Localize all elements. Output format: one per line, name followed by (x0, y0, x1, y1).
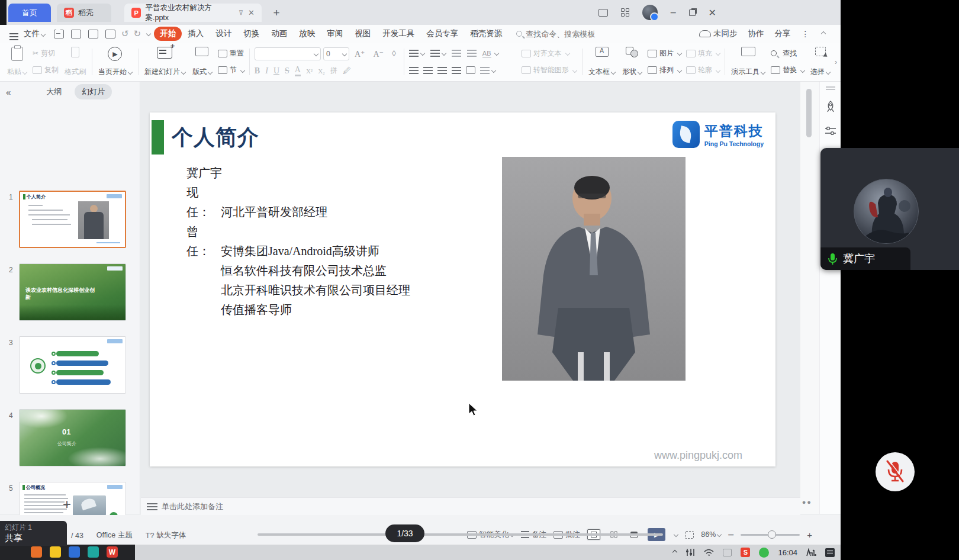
font-size-combo[interactable]: 0 (323, 47, 349, 60)
ribbon-tab-review[interactable]: 审阅 (321, 27, 349, 41)
present-tools-button[interactable]: 演示工具 (728, 45, 768, 79)
picture-button[interactable]: 图片 (645, 48, 684, 59)
ribbon-tab-devtools[interactable]: 开发工具 (376, 27, 420, 41)
justify-icon[interactable] (452, 67, 461, 74)
distribute-icon[interactable] (466, 66, 475, 74)
close-window-button[interactable]: ✕ (709, 7, 716, 18)
ribbon-tab-view[interactable]: 视图 (349, 27, 376, 41)
beautify-rocket-icon[interactable] (825, 101, 836, 112)
highlight-button[interactable]: 🖉 (343, 66, 351, 76)
undo-icon[interactable]: ↺ (121, 28, 129, 39)
pin-icon[interactable]: ⊽ (239, 9, 243, 17)
font-color-button[interactable]: A (295, 65, 301, 76)
notes-bar[interactable]: 单击此处添加备注 (141, 497, 800, 515)
more-menu-icon[interactable]: ⋮ (802, 29, 810, 38)
smart-graphic-button[interactable]: 转智能图形 (519, 65, 580, 76)
file-menu[interactable]: 文件 (24, 28, 45, 39)
toolbar-expand-icon[interactable]: › (835, 58, 837, 66)
print-preview-icon[interactable] (105, 30, 115, 38)
save-icon[interactable] (54, 30, 64, 38)
decrease-indent-icon[interactable] (452, 50, 461, 57)
fill-button[interactable]: 填充 (684, 48, 722, 59)
tab-document[interactable]: P 平普农业农村解决方案.pptx ⊽ ✕ (124, 4, 262, 22)
zoom-slider[interactable] (741, 534, 800, 536)
subscript-button[interactable]: X₂ (318, 67, 325, 75)
print-icon[interactable] (88, 30, 98, 38)
taskbar-app2-icon[interactable] (50, 546, 61, 558)
apps-grid-icon[interactable] (621, 8, 629, 17)
share-button[interactable]: 分享 (775, 28, 791, 39)
taskbar-app4-icon[interactable] (88, 546, 99, 558)
format-painter-button[interactable]: 格式刷 (61, 45, 89, 79)
align-right-icon[interactable] (437, 67, 447, 74)
ribbon-tab-design[interactable]: 设计 (210, 27, 237, 41)
wifi-icon[interactable] (704, 549, 714, 556)
reset-button[interactable]: 重置 (215, 48, 247, 59)
vertical-scrollbar[interactable] (800, 82, 819, 514)
ribbon-tab-insert[interactable]: 插入 (182, 27, 210, 41)
current-slide[interactable]: 个人简介 冀广宇 现任：河北平普研发部经理 曾任：安博集团Java/Androi… (150, 112, 775, 466)
ribbon-tab-member[interactable]: 会员专享 (420, 27, 464, 41)
collapse-ribbon-icon[interactable] (821, 31, 826, 36)
account-avatar[interactable] (642, 5, 658, 20)
shapes-button[interactable]: 形状 (619, 45, 645, 79)
tray-expand-icon[interactable] (672, 550, 677, 555)
new-tab-button[interactable]: + (268, 4, 285, 22)
arrange-button[interactable]: 排列 (645, 65, 684, 76)
ime-icon[interactable] (806, 548, 816, 556)
italic-button[interactable]: I (265, 66, 268, 76)
align-text-button[interactable]: 对齐文本 (519, 48, 580, 59)
copy-button[interactable]: 复制 (30, 65, 61, 76)
volume-mixer-icon[interactable] (686, 548, 695, 556)
ribbon-tab-home[interactable]: 开始 (154, 27, 182, 41)
underline-button[interactable]: U (273, 66, 279, 76)
tab-home[interactable]: 首页 (8, 4, 51, 22)
restore-button[interactable] (689, 9, 696, 16)
scrollbar-thumb[interactable] (806, 89, 812, 137)
taskbar-app3-icon[interactable] (69, 546, 80, 558)
panel-handle[interactable] (826, 86, 835, 88)
mic-muted-button[interactable] (876, 452, 915, 491)
zoom-out-button[interactable]: – (728, 529, 733, 540)
export-icon[interactable] (71, 30, 81, 38)
search-input[interactable] (526, 30, 614, 38)
taskbar-app1-icon[interactable] (31, 546, 42, 558)
redo-icon[interactable]: ↻ (134, 28, 141, 39)
tab-docer[interactable]: 稻 稻壳 (57, 4, 111, 22)
minimize-button[interactable]: – (671, 7, 676, 18)
participant-card[interactable]: 冀广宇 (820, 148, 959, 270)
bold-button[interactable]: B (255, 66, 260, 76)
slide-layout-button[interactable]: 版式 (189, 45, 215, 79)
bullet-list-icon[interactable] (409, 50, 419, 57)
tray-dim-icon[interactable] (723, 549, 732, 556)
strikethrough-button[interactable]: S (285, 66, 289, 76)
notification-board-icon[interactable] (825, 548, 835, 557)
quickbar-more-icon[interactable] (146, 31, 151, 36)
align-center-icon[interactable] (423, 67, 433, 74)
command-search[interactable] (516, 30, 614, 38)
clear-format-icon[interactable]: ◊ (389, 49, 399, 59)
textbox-button[interactable]: A 文本框 (585, 45, 619, 79)
sogou-icon[interactable]: S (741, 548, 750, 557)
layout-toggle-icon[interactable] (598, 9, 608, 17)
ribbon-tab-transition[interactable]: 切换 (237, 27, 265, 41)
share-progress-line[interactable] (258, 533, 663, 536)
new-slide-button[interactable]: 新建幻灯片 (141, 45, 189, 79)
slide-thumbnail-3[interactable] (19, 336, 126, 394)
menu-hamburger-icon[interactable] (9, 33, 18, 34)
decrease-font-icon[interactable]: A⁻ (370, 49, 387, 59)
outline-tab[interactable]: 大纲 (39, 84, 69, 99)
slides-tab[interactable]: 幻灯片 (75, 84, 112, 99)
zoom-in-button[interactable]: + (807, 530, 812, 540)
collaborate-button[interactable]: 协作 (748, 28, 764, 39)
select-button[interactable]: 选择 (807, 45, 834, 79)
ribbon-tab-docer-res[interactable]: 稻壳资源 (464, 27, 508, 41)
play-from-current-button[interactable]: ▶ 当页开始 (95, 45, 136, 79)
collapse-panel-icon[interactable]: « (6, 87, 11, 97)
wechat-icon[interactable] (759, 548, 769, 558)
align-left-icon[interactable] (409, 67, 419, 74)
find-button[interactable]: 查找 (768, 48, 807, 59)
paste-button[interactable]: 粘贴 (4, 45, 30, 79)
line-spacing-icon[interactable] (480, 67, 490, 74)
zoom-level[interactable]: 86% (701, 530, 721, 539)
